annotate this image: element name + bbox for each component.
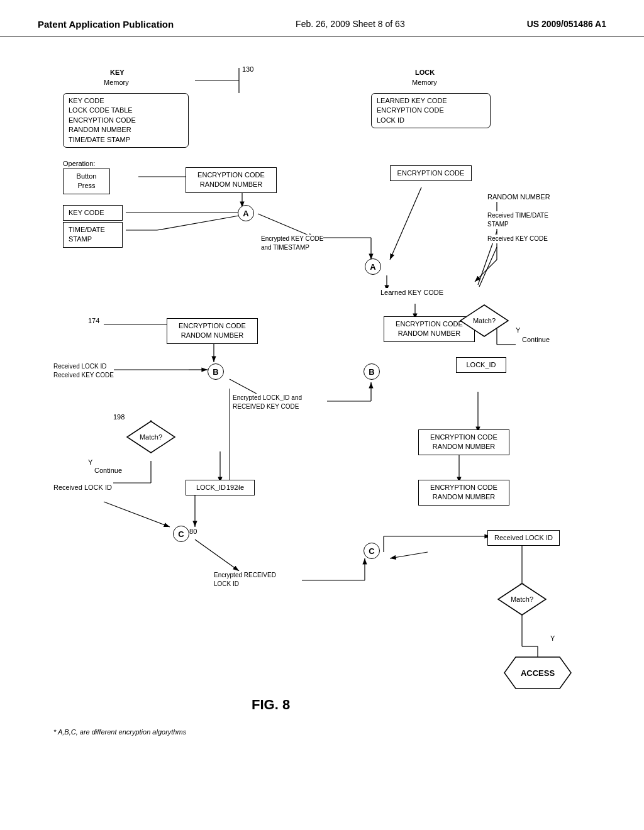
match-diamond-3: Match? [497, 582, 547, 619]
lock-id-table-box: LOCK_ID Table [186, 480, 255, 495]
encryption-code-box: ENCRYPTION CODE [390, 165, 472, 181]
svg-text:Match?: Match? [473, 317, 496, 324]
received-lock-key-label: Received LOCK ID Received KEY CODE [53, 362, 114, 380]
publication-number: US 2009/051486 A1 [527, 19, 606, 29]
received-time-label: Received TIME/DATE STAMP [487, 211, 548, 229]
publication-title: Patent Application Publication [38, 19, 174, 30]
svg-line-37 [195, 540, 239, 571]
button-press-box: ButtonPress [63, 169, 110, 194]
received-lock-id3-content: Received LOCK ID [493, 533, 554, 543]
enc-rand-box-1: ENCRYPTION CODERANDOM NUMBER [186, 167, 277, 193]
encrypted-lock-label: Encrypted LOCK_ID and RECEIVED KEY CODE [233, 394, 302, 411]
random-number-label: RANDOM NUMBER [487, 192, 550, 202]
svg-line-9 [157, 216, 239, 230]
publication-date: Feb. 26, 2009 Sheet 8 of 63 [296, 19, 405, 29]
enc-rand-1-content: ENCRYPTION CODERANDOM NUMBER [191, 170, 271, 190]
svg-line-13 [390, 187, 421, 260]
y2-label: Y [88, 458, 92, 467]
ref-130: 130 [242, 65, 253, 74]
page: Patent Application Publication Feb. 26, … [0, 0, 644, 830]
svg-line-36 [104, 502, 170, 527]
encrypted-received-label: Encrypted RECEIVED LOCK ID [214, 571, 276, 589]
time-date-content: TIME/DATESTAMP [69, 225, 117, 245]
page-header: Patent Application Publication Feb. 26, … [0, 0, 644, 36]
circle-b-key: B [208, 363, 224, 380]
lock-id-content: LOCK_ID [462, 360, 501, 370]
lock-memory-box: LEARNED KEY CODEENCRYPTION CODELOCK ID [371, 93, 491, 128]
continue2-label: Continue [94, 466, 122, 475]
access-shape: ACCESS [503, 656, 572, 693]
enc-rand-3-content: ENCRYPTION CODERANDOM NUMBER [424, 433, 504, 452]
enc-rand-lock-content: ENCRYPTION CODERANDOM NUMBER [389, 319, 469, 339]
lock-id-table-content: LOCK_ID Table [191, 483, 249, 492]
svg-line-15 [475, 260, 497, 282]
diagram-area: KEY Memory 130 LOCK Memory KEY CODELOCK … [0, 43, 644, 797]
match-diamond-2: Match? [126, 420, 176, 457]
circle-a-lock: A [365, 258, 381, 275]
received-lock-id2: Received LOCK ID [53, 483, 112, 492]
encryption-code-content: ENCRYPTION CODE [396, 169, 466, 178]
time-date-box: TIME/DATESTAMP [63, 222, 123, 248]
ref-174: 174 [88, 316, 99, 326]
svg-text:Match?: Match? [140, 433, 162, 441]
enc-rand-box-3: ENCRYPTION CODERANDOM NUMBER [418, 429, 509, 455]
circle-c-key: C [173, 526, 189, 542]
fig-label: FIG. 8 [252, 697, 290, 713]
enc-rand-box-2: ENCRYPTION CODERANDOM NUMBER [167, 318, 258, 344]
lock-memory-content: LEARNED KEY CODEENCRYPTION CODELOCK ID [377, 96, 485, 125]
received-key-label: Received KEY CODE [487, 235, 548, 243]
circle-a-key: A [238, 205, 254, 221]
svg-line-17 [479, 247, 497, 287]
received-lock-id3: Received LOCK ID [487, 530, 560, 546]
learned-key-label: Learned KEY CODE [380, 288, 443, 297]
enc-rand-4-content: ENCRYPTION CODERANDOM NUMBER [424, 483, 504, 502]
enc-rand-2-content: ENCRYPTION CODERANDOM NUMBER [172, 321, 252, 341]
circle-b-lock: B [364, 363, 380, 380]
lock-id-box: LOCK_ID [456, 357, 506, 373]
encrypted-key-label: Encrypted KEY CODE and TIMESTAMP [261, 235, 323, 252]
match-diamond-1: Match? [459, 304, 509, 341]
svg-text:ACCESS: ACCESS [521, 668, 555, 678]
ref-192: 192 [226, 483, 238, 492]
footnote: * A,B,C, are different encryption algory… [53, 728, 186, 736]
ref-198: 198 [113, 412, 125, 422]
svg-line-40 [390, 552, 428, 558]
key-memory-content: KEY CODELOCK CODE TABLEENCRYPTION CODERA… [69, 96, 183, 145]
enc-rand-box-4: ENCRYPTION CODERANDOM NUMBER [418, 480, 509, 506]
y1-label: Y [516, 326, 520, 335]
lock-title: LOCK [415, 68, 435, 77]
button-press-content: ButtonPress [69, 172, 104, 191]
svg-text:Match?: Match? [511, 595, 533, 603]
y3-label: Y [550, 634, 555, 643]
operation-label: Operation: [63, 159, 95, 169]
lock-subtitle: Memory [412, 78, 437, 87]
key-subtitle: Memory [104, 78, 129, 87]
key-memory-box: KEY CODELOCK CODE TABLEENCRYPTION CODERA… [63, 93, 189, 148]
continue1-label: Continue [522, 335, 550, 345]
circle-c-lock: C [364, 543, 380, 559]
key-code-box: KEY CODE [63, 205, 123, 221]
key-title: KEY [110, 68, 125, 77]
key-code-content: KEY CODE [69, 208, 117, 218]
